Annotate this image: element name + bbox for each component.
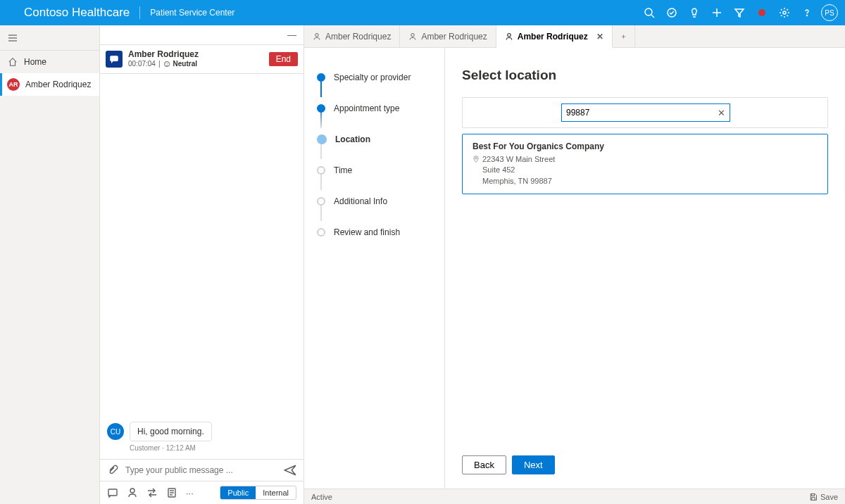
chat-timer: 00:07:04	[128, 60, 156, 69]
topbar-divider	[139, 6, 140, 19]
topbar: Contoso Healthcare Patient Service Cente…	[0, 0, 845, 25]
save-icon	[809, 493, 818, 501]
work-panel: Amber Rodriquez Amber Rodriquez Amber Ro…	[304, 25, 845, 504]
sentiment-icon	[163, 61, 170, 68]
svg-point-6	[783, 11, 786, 14]
add-icon[interactable]	[706, 0, 728, 25]
search-icon[interactable]	[638, 0, 661, 25]
app-subtitle: Patient Service Center	[150, 8, 234, 18]
message-meta: Customer · 12:12 AM	[130, 444, 296, 452]
send-icon[interactable]	[284, 464, 296, 477]
visibility-toggle[interactable]: Public Internal	[220, 486, 296, 500]
quick-reply-icon[interactable]	[107, 487, 118, 498]
chat-top-toolbar: —	[100, 25, 303, 45]
message-avatar: CU	[107, 423, 124, 440]
svg-point-14	[165, 63, 166, 64]
svg-rect-11	[111, 56, 118, 61]
location-search-input[interactable]	[566, 108, 718, 118]
map-pin-icon	[472, 155, 480, 187]
chat-messages: CU Hi, good morning. Customer · 12:12 AM	[100, 74, 303, 460]
visibility-internal[interactable]: Internal	[256, 486, 296, 499]
chat-channel-icon	[106, 51, 123, 68]
status-bar: Active Save	[304, 489, 845, 504]
step-specialty[interactable]: Specialty or provider	[317, 62, 444, 93]
wizard-steps: Specialty or provider Appointment type L…	[304, 48, 445, 489]
presence-icon[interactable]	[751, 0, 773, 25]
tab-record-0[interactable]: Amber Rodriquez	[304, 25, 400, 47]
svg-point-15	[167, 63, 168, 64]
lightbulb-icon[interactable]	[683, 0, 706, 25]
app-brand: Contoso Healthcare	[0, 6, 130, 20]
nav-sidebar: Home AR Amber Rodriquez	[0, 25, 100, 504]
svg-point-22	[315, 33, 319, 37]
consult-icon[interactable]	[127, 487, 138, 498]
svg-line-1	[651, 15, 654, 18]
chat-message: CU Hi, good morning.	[107, 422, 296, 441]
visibility-public[interactable]: Public	[220, 486, 256, 499]
person-icon	[408, 32, 417, 41]
clear-search-icon[interactable]: ✕	[718, 108, 725, 118]
end-chat-button[interactable]: End	[269, 52, 298, 66]
nav-home-label: Home	[24, 57, 46, 67]
filter-icon[interactable]	[728, 0, 751, 25]
chat-customer-name: Amber Rodriquez	[128, 49, 263, 60]
attach-icon[interactable]	[107, 465, 118, 476]
home-icon	[7, 57, 18, 67]
chat-toolbar: ··· Public Internal	[100, 481, 303, 504]
record-status: Active	[311, 493, 332, 501]
svg-point-17	[130, 489, 134, 493]
session-avatar: AR	[7, 78, 20, 91]
panel-heading: Select location	[462, 68, 828, 83]
step-appointment-type[interactable]: Appointment type	[317, 93, 444, 124]
save-button[interactable]: Save	[809, 493, 838, 501]
chat-sentiment: Neutral	[173, 60, 197, 69]
result-addr2: Suite 452	[482, 165, 515, 174]
person-icon	[313, 32, 321, 41]
close-tab-icon[interactable]: ✕	[596, 32, 603, 42]
minimize-icon[interactable]: —	[287, 30, 296, 40]
svg-point-23	[411, 33, 415, 37]
tab-record-2[interactable]: Amber Rodriquez ✕	[496, 25, 613, 48]
message-text: Hi, good morning.	[130, 422, 212, 441]
tab-record-1[interactable]: Amber Rodriquez	[400, 25, 496, 47]
search-container: ✕	[462, 97, 828, 128]
svg-rect-28	[812, 493, 815, 496]
person-icon	[505, 32, 513, 41]
result-addr1: 22343 W Main Street	[482, 155, 555, 163]
chat-panel: — Amber Rodriquez 00:07:04 | Neutral End…	[100, 25, 304, 504]
more-icon[interactable]: ···	[186, 488, 194, 498]
step-additional-info[interactable]: Additional Info	[317, 186, 444, 217]
task-icon[interactable]	[661, 0, 683, 25]
hamburger-icon[interactable]	[0, 25, 99, 51]
transfer-icon[interactable]	[146, 487, 158, 498]
svg-rect-16	[108, 489, 117, 496]
svg-point-27	[475, 158, 477, 160]
result-addr3: Memphis, TN 99887	[482, 177, 552, 185]
chat-text-input[interactable]	[125, 465, 277, 475]
nav-session[interactable]: AR Amber Rodriquez	[0, 73, 99, 96]
step-review[interactable]: Review and finish	[317, 217, 444, 248]
new-tab-button[interactable]	[613, 25, 635, 47]
nav-session-label: Amber Rodriquez	[25, 80, 91, 89]
location-panel: Select location ✕ Best For You Organics …	[445, 48, 845, 489]
back-button[interactable]: Back	[462, 455, 506, 474]
user-avatar[interactable]: PS	[821, 4, 838, 21]
step-location[interactable]: Location	[317, 124, 444, 155]
location-search[interactable]: ✕	[561, 103, 730, 122]
help-icon[interactable]	[796, 0, 818, 25]
svg-point-0	[645, 8, 652, 15]
nav-home[interactable]: Home	[0, 51, 99, 73]
location-result[interactable]: Best For You Organics Company 22343 W Ma…	[462, 134, 828, 194]
step-time[interactable]: Time	[317, 155, 444, 186]
chat-header: Amber Rodriquez 00:07:04 | Neutral End	[100, 45, 303, 74]
chat-input-row	[100, 459, 303, 481]
settings-icon[interactable]	[773, 0, 796, 25]
notes-icon[interactable]	[166, 487, 177, 498]
svg-rect-29	[812, 497, 815, 500]
result-name: Best For You Organics Company	[472, 141, 818, 151]
svg-point-24	[508, 33, 511, 37]
next-button[interactable]: Next	[512, 455, 555, 474]
svg-point-7	[807, 15, 808, 16]
tab-bar: Amber Rodriquez Amber Rodriquez Amber Ro…	[304, 25, 845, 48]
svg-point-12	[164, 62, 170, 68]
